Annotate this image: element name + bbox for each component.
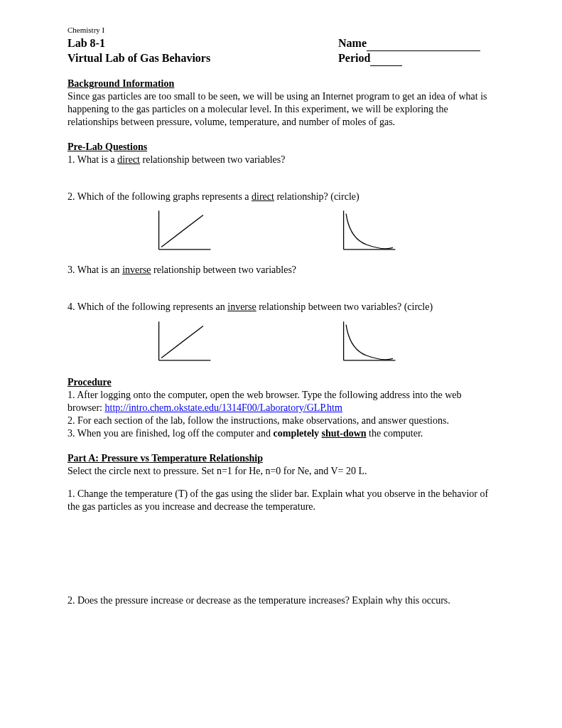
lab-title: Virtual Lab of Gas Behaviors	[67, 51, 210, 66]
procedure-step-2: 2. For each section of the lab, follow t…	[67, 414, 495, 427]
q4-prefix: 4. Which of the following represents an	[67, 301, 227, 312]
prelab-q3: 3. What is an inverse relationship betwe…	[67, 264, 495, 277]
prelab-heading: Pre-Lab Questions	[67, 141, 495, 154]
part-a-intro: Select the circle next to pressure. Set …	[67, 465, 495, 478]
graph-direct-1[interactable]	[153, 208, 217, 254]
procedure-step-3: 3. When you are finished, log off the co…	[67, 427, 495, 440]
q4-suffix: relationship between two variables? (cir…	[256, 301, 433, 312]
part-a-q2: 2. Does the pressure increase or decreas…	[67, 594, 495, 607]
q1-underline: direct	[117, 154, 140, 165]
title-row: Lab 8-1 Name	[67, 36, 495, 51]
lab-url-link[interactable]: http://intro.chem.okstate.edu/1314F00/La…	[105, 402, 342, 413]
q2-suffix: relationship? (circle)	[274, 191, 360, 202]
q3-suffix: relationship between two variables?	[151, 264, 296, 275]
step3-bold-u: shut-down	[322, 428, 367, 439]
q3-underline: inverse	[122, 264, 151, 275]
answer-space-1	[67, 513, 495, 584]
q1-prefix: 1. What is a	[67, 154, 117, 165]
graphs-row-1	[67, 208, 495, 254]
q4-underline: inverse	[227, 301, 256, 312]
lab-number: Lab 8-1	[67, 36, 105, 51]
q3-prefix: 3. What is an	[67, 264, 122, 275]
prelab-q4: 4. Which of the following represents an …	[67, 301, 495, 314]
worksheet-page: Chemistry I Lab 8-1 Name Virtual Lab of …	[0, 0, 562, 728]
step3-suffix: the computer.	[367, 428, 423, 439]
procedure-heading: Procedure	[67, 376, 495, 389]
period-label: Period	[338, 52, 370, 64]
background-text: Since gas particles are too small to be …	[67, 90, 495, 129]
name-label: Name	[338, 37, 367, 49]
svg-line-7	[161, 326, 203, 358]
q2-underline: direct	[252, 191, 274, 202]
graph-direct-2[interactable]	[153, 318, 217, 365]
course-name: Chemistry I	[67, 25, 495, 35]
prelab-q1: 1. What is a direct relationship between…	[67, 154, 495, 166]
graph-inverse-2[interactable]	[337, 318, 401, 365]
prelab-q2: 2. Which of the following graphs represe…	[67, 191, 495, 203]
graph-inverse-1[interactable]	[337, 208, 401, 254]
name-field: Name	[338, 36, 495, 51]
graphs-row-2	[67, 318, 495, 365]
svg-line-2	[161, 215, 203, 247]
period-blank[interactable]	[370, 65, 402, 66]
background-heading: Background Information	[67, 77, 495, 90]
step3-prefix: 3. When you are finished, log off the co…	[67, 428, 274, 439]
period-field: Period	[338, 51, 495, 66]
q2-prefix: 2. Which of the following graphs represe…	[67, 191, 252, 202]
procedure-step-1: 1. After logging onto the computer, open…	[67, 389, 495, 414]
step3-bold: completely	[274, 428, 322, 439]
part-a-q1: 1. Change the temperature (T) of the gas…	[67, 488, 495, 513]
q1-suffix: relationship between two variables?	[140, 154, 285, 165]
part-a-heading: Part A: Pressure vs Temperature Relation…	[67, 452, 495, 465]
procedure-list: 1. After logging onto the computer, open…	[67, 389, 495, 441]
title-row-2: Virtual Lab of Gas Behaviors Period	[67, 51, 495, 66]
